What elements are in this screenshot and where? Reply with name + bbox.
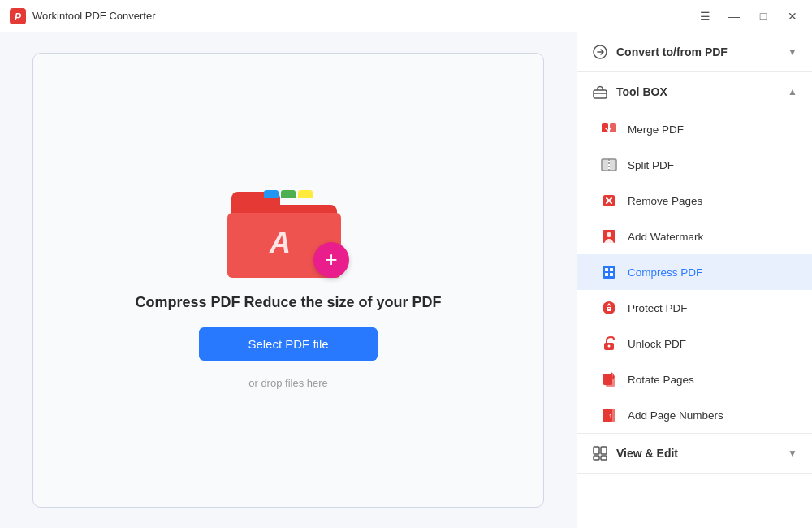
pagenumbers-icon: 1 [600, 406, 618, 424]
svg-text:1: 1 [609, 413, 612, 419]
sidebar-item-split[interactable]: Split PDF [577, 147, 812, 183]
sidebar-item-remove[interactable]: Remove Pages [577, 183, 812, 219]
watermark-label: Add Watermark [628, 231, 703, 243]
minimize-button[interactable]: — [724, 6, 744, 26]
sidebar-item-protect[interactable]: Protect PDF [577, 290, 812, 326]
pdf-illustration: A + [223, 172, 353, 278]
rotate-icon [600, 370, 618, 388]
app-icon: P [10, 8, 26, 24]
remove-label: Remove Pages [628, 195, 702, 207]
menu-button[interactable]: ☰ [695, 6, 715, 26]
convert-chevron: ▼ [788, 46, 797, 58]
convert-section-header[interactable]: Convert to/from PDF ▼ [577, 32, 812, 71]
sidebar-item-watermark[interactable]: Add Watermark [577, 219, 812, 254]
viewedit-section-header[interactable]: View & Edit ▼ [577, 434, 812, 473]
svg-rect-32 [594, 447, 599, 454]
sidebar: Convert to/from PDF ▼ Tool BOX [577, 32, 812, 528]
select-pdf-button[interactable]: Select PDF file [199, 327, 377, 361]
viewedit-section-title: View & Edit [592, 445, 678, 461]
svg-rect-19 [605, 273, 608, 276]
svg-rect-10 [610, 160, 615, 170]
tab-yellow [298, 190, 313, 198]
maximize-button[interactable]: □ [754, 6, 773, 26]
viewedit-label: View & Edit [616, 447, 678, 460]
unlock-icon [600, 335, 618, 353]
convert-icon [592, 44, 608, 60]
sidebar-section-toolbox: Tool BOX ▲ Merge PDF [577, 72, 812, 434]
viewedit-chevron: ▼ [788, 448, 797, 459]
sidebar-item-compress[interactable]: Compress PDF [577, 254, 812, 290]
compress-icon [600, 263, 618, 281]
title-bar-controls: ☰ — □ ✕ [695, 6, 802, 26]
protect-label: Protect PDF [628, 302, 688, 314]
sidebar-item-merge[interactable]: Merge PDF [577, 111, 812, 147]
convert-label: Convert to/from PDF [616, 45, 728, 58]
merge-label: Merge PDF [628, 123, 684, 136]
sidebar-section-convert: Convert to/from PDF ▼ [577, 32, 812, 72]
toolbox-section-header[interactable]: Tool BOX ▲ [577, 72, 812, 111]
svg-rect-33 [601, 447, 607, 454]
rotate-label: Rotate Pages [628, 374, 694, 386]
sidebar-section-viewedit: View & Edit ▼ [577, 434, 812, 474]
svg-rect-18 [610, 268, 613, 271]
split-label: Split PDF [628, 159, 674, 171]
sidebar-item-rotate[interactable]: Rotate Pages [577, 361, 812, 397]
close-button[interactable]: ✕ [783, 6, 802, 26]
merge-icon [600, 120, 618, 138]
remove-icon [600, 192, 618, 210]
toolbox-icon [592, 84, 608, 100]
drop-text: or drop files here [248, 377, 328, 389]
title-bar: P Workintool PDF Converter ☰ — □ ✕ [0, 0, 812, 32]
toolbox-section-title: Tool BOX [592, 84, 667, 100]
svg-point-15 [607, 232, 611, 237]
svg-rect-17 [605, 268, 608, 271]
acrobat-symbol: A [270, 226, 291, 260]
svg-text:P: P [15, 11, 22, 23]
toolbox-label: Tool BOX [616, 85, 667, 98]
folder-tabs [264, 190, 313, 198]
split-icon [600, 156, 618, 174]
toolbox-chevron: ▲ [788, 86, 797, 97]
convert-section-title: Convert to/from PDF [592, 44, 728, 60]
svg-rect-34 [594, 456, 599, 460]
main-text: Compress PDF Reduce the size of your PDF [135, 294, 441, 311]
content-area: A + Compress PDF Reduce the size of your… [0, 32, 577, 528]
plus-circle: + [313, 242, 349, 278]
tab-blue [264, 190, 279, 198]
svg-rect-35 [601, 456, 607, 460]
tab-green [281, 190, 296, 198]
protect-icon [600, 299, 618, 317]
viewedit-icon [592, 445, 608, 461]
svg-rect-9 [603, 160, 608, 170]
title-bar-left: P Workintool PDF Converter [10, 8, 155, 24]
svg-point-25 [608, 345, 611, 348]
svg-point-23 [608, 308, 610, 309]
svg-rect-5 [602, 123, 608, 132]
svg-rect-16 [603, 266, 615, 279]
sidebar-item-unlock[interactable]: Unlock PDF [577, 326, 812, 361]
svg-rect-3 [594, 90, 607, 98]
pdf-logo: A [256, 221, 304, 266]
main-layout: A + Compress PDF Reduce the size of your… [0, 32, 812, 528]
svg-rect-20 [610, 273, 613, 276]
compress-label: Compress PDF [628, 266, 702, 279]
sidebar-item-pagenumbers[interactable]: 1 Add Page Numbers [577, 397, 812, 433]
watermark-icon [600, 227, 618, 245]
app-title: Workintool PDF Converter [32, 10, 155, 22]
pagenumbers-label: Add Page Numbers [628, 409, 723, 422]
drop-zone[interactable]: A + Compress PDF Reduce the size of your… [32, 53, 544, 508]
unlock-label: Unlock PDF [628, 338, 686, 350]
